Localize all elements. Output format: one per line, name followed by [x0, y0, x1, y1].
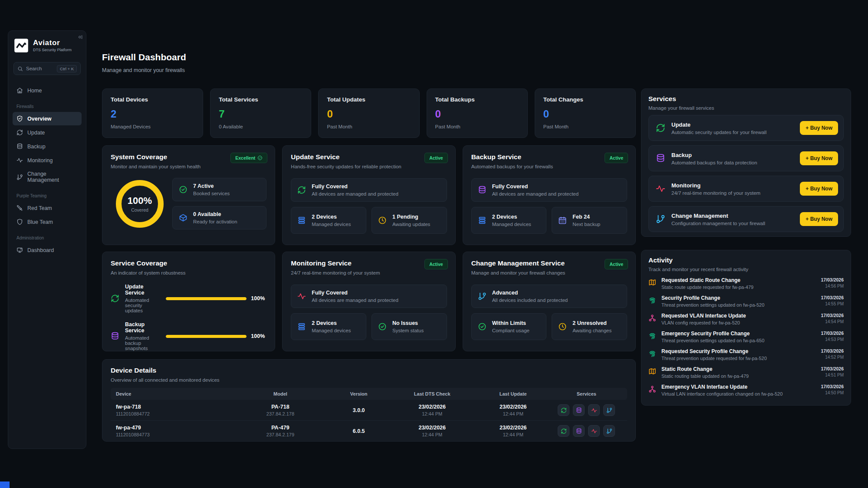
- change-management-service-card: Active Change Management Service Manage …: [463, 252, 636, 351]
- sidebar-item-label: Home: [27, 88, 42, 94]
- nav-group-purple-teaming: Red Team Blue Team: [13, 201, 82, 229]
- refresh-icon: [656, 123, 665, 133]
- sidebar-item-label: Overview: [27, 116, 52, 122]
- sidebar-item[interactable]: Backup: [13, 140, 82, 153]
- activity-icon: [16, 157, 23, 164]
- device-ip: 237.84.2.179: [232, 432, 329, 437]
- column-header: Last Update: [475, 391, 551, 396]
- sidebar-item[interactable]: Monitoring: [13, 154, 82, 167]
- panel-subtitle: Manage your firewall services: [648, 105, 844, 111]
- coverage-items: 7 Active Booked services 0 Available Rea…: [172, 178, 266, 229]
- activity-caption: Static route update requested for fw-pa-…: [661, 285, 815, 290]
- database-icon: [576, 428, 582, 434]
- stack-icon: [478, 216, 487, 225]
- stat-title: Total Backups: [435, 96, 519, 103]
- activity-date: 17/03/2026: [821, 384, 844, 389]
- nav-group-firewalls: Overview Update Backup Monitoring: [13, 112, 82, 187]
- activity-caption: Virtual LAN interface configuration chan…: [661, 391, 815, 396]
- stat-caption: 0 Available: [219, 124, 302, 129]
- sidebar-item[interactable]: Dashboard: [13, 243, 82, 257]
- database-icon: [656, 154, 665, 163]
- sword-icon: [16, 205, 23, 211]
- buy-now-button[interactable]: + Buy Now: [800, 121, 838, 135]
- activity-list: Requested Static Route Change Static rou…: [648, 277, 844, 396]
- service-chip: [588, 404, 600, 416]
- coverage-label: Covered: [131, 207, 148, 213]
- activity-title: Static Route Change: [661, 366, 815, 372]
- system-coverage-card: Excellent System Coverage Monitor and ma…: [102, 145, 275, 245]
- feature-item: Feb 24 Next backup: [552, 207, 627, 234]
- service-offer-row: Monitoring 24/7 real-time monitoring of …: [648, 176, 844, 202]
- feature-item: Fully Covered All devices are managed an…: [291, 178, 447, 202]
- service-offer-row: Update Automatic security updates for yo…: [648, 115, 844, 141]
- sidebar-item-home[interactable]: Home: [13, 84, 82, 97]
- stat-value: 2: [111, 108, 194, 120]
- refresh-icon: [561, 428, 567, 434]
- sidebar-nav: Home Firewalls Overview Update Backup: [8, 79, 86, 257]
- stat-card: Total Changes 0 Past Month: [535, 88, 636, 138]
- card-title: Device Details: [111, 367, 627, 374]
- sidebar-item[interactable]: Blue Team: [13, 215, 82, 229]
- git-branch-icon: [606, 407, 612, 413]
- activity-title: Emergency VLAN Interface Update: [661, 384, 815, 390]
- activity-time: 14:55 PM: [821, 301, 844, 306]
- monitoring-service-card: Active Monitoring Service 24/7 real-time…: [282, 252, 455, 351]
- activity-title: Requested Security Profile Change: [661, 348, 815, 354]
- device-name: fw-pa-718: [116, 404, 232, 410]
- shield-check-icon: [16, 115, 23, 122]
- stat-value: 0: [435, 108, 519, 120]
- services-panel: Services Manage your firewall services U…: [641, 88, 851, 237]
- clock-icon: [558, 322, 567, 331]
- sidebar-collapse-icon[interactable]: [77, 34, 83, 40]
- feature-item: Fully Covered All devices are managed an…: [291, 285, 447, 308]
- feature-item: Fully Covered All devices are managed an…: [471, 178, 627, 202]
- corner-accent: [0, 481, 10, 488]
- activity-panel: Activity Track and monitor your recent f…: [641, 250, 851, 406]
- buy-now-button[interactable]: + Buy Now: [800, 151, 838, 165]
- stat-title: Total Devices: [111, 96, 194, 103]
- sidebar-item[interactable]: Change Management: [13, 167, 82, 187]
- brand: Aviator DTS Security Platform: [8, 31, 86, 57]
- table-row[interactable]: fw-pa-4791112010884773 PA-479237.84.2.17…: [111, 420, 627, 441]
- device-serial: 1112010884772: [116, 411, 232, 416]
- backup-service-card: Active Backup Service Automated backups …: [463, 145, 636, 245]
- activity-title: Requested Static Route Change: [661, 277, 815, 283]
- search-placeholder: Search: [26, 66, 54, 71]
- table-row[interactable]: fw-pa-7181112010884772 PA-718237.84.2.17…: [111, 400, 627, 420]
- stat-caption: Past Month: [435, 124, 519, 129]
- activity-caption: Threat prevention update requested for f…: [661, 356, 815, 361]
- check-circle-icon: [378, 322, 387, 331]
- card-subtitle: Overview of all connected and monitored …: [111, 377, 627, 383]
- sidebar-item[interactable]: Update: [13, 126, 82, 139]
- sidebar-item[interactable]: Red Team: [13, 201, 82, 215]
- search-input[interactable]: Search Ctrl + K: [13, 62, 81, 75]
- nav-section-administration: Administration: [13, 229, 82, 243]
- buy-now-button[interactable]: + Buy Now: [800, 212, 838, 226]
- database-icon: [111, 332, 119, 341]
- calendar-icon: [558, 216, 567, 225]
- progress-bar: [166, 297, 247, 300]
- buy-now-button[interactable]: + Buy Now: [800, 182, 838, 196]
- network-icon: [648, 385, 656, 393]
- sidebar: Aviator DTS Security Platform Search Ctr…: [8, 30, 86, 449]
- refresh-icon: [297, 186, 306, 194]
- table-header: Device Model Version Last DTS Check Last…: [111, 388, 627, 400]
- card-title: Monitoring Service: [291, 259, 447, 267]
- panel-title: Services: [648, 95, 844, 103]
- database-icon: [478, 186, 487, 194]
- column-header: Model: [232, 391, 329, 396]
- sidebar-item[interactable]: Overview: [13, 112, 82, 125]
- sidebar-item-label: Update: [27, 130, 45, 136]
- device-model: PA-718: [232, 404, 329, 410]
- git-branch-icon: [606, 428, 612, 434]
- coverage-row: Update Service Automated security update…: [111, 284, 266, 313]
- map-icon: [648, 278, 656, 286]
- activity-icon: [591, 428, 597, 434]
- status-badge: Active: [605, 153, 628, 163]
- stat-value: 7: [219, 108, 302, 120]
- badge-check-icon: [257, 155, 263, 160]
- progress-percent: 100%: [251, 295, 266, 301]
- stat-title: Total Updates: [327, 96, 411, 103]
- nav-section-firewalls: Firewalls: [13, 98, 82, 112]
- activity-time: 14:51 PM: [821, 373, 844, 377]
